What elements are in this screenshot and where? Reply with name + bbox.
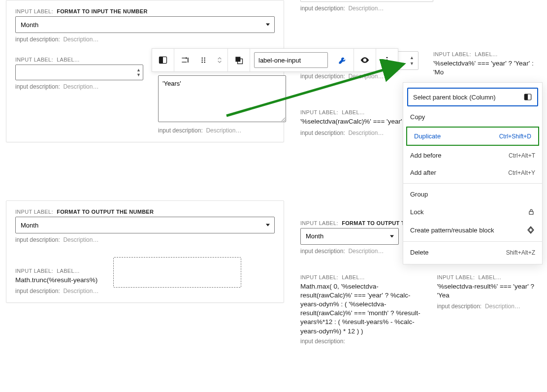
- right-top-desc: input description: Description…: [295, 0, 547, 12]
- menu-group[interactable]: Group: [403, 186, 542, 203]
- field-label: INPUT LABEL: FORMAT TO OUTPUT THE NUMBER: [15, 209, 275, 215]
- select-format-output-r[interactable]: Month: [300, 228, 399, 245]
- select-out-wrap: Month: [300, 228, 399, 245]
- input-description: input description: Description…: [300, 73, 418, 80]
- svg-point-14: [386, 62, 388, 64]
- settings-button[interactable]: [332, 49, 354, 71]
- dots-vertical-icon: [382, 55, 392, 65]
- input-description: input description:: [300, 338, 422, 345]
- select-month-wrap: Month: [15, 16, 275, 33]
- drop-zone[interactable]: [113, 257, 241, 288]
- chevron-updown-icon: [215, 55, 225, 65]
- mathmax-text: Math.max( 0, '%selectdva-result(rawCalc)…: [300, 282, 422, 336]
- field-label: INPUT LABEL: FORMAT TO INPUT THE NUMBER: [15, 8, 275, 14]
- input-description: input description: Description…: [437, 303, 542, 310]
- menu-separator: [403, 241, 542, 242]
- right-d-left: INPUT LABEL: LABEL… Math.max( 0, '%selec…: [300, 274, 422, 345]
- column-icon: [523, 93, 532, 101]
- block-name-input[interactable]: [254, 52, 328, 68]
- block-options-menu: Select parent block (Column) Copy Duplic…: [403, 82, 543, 264]
- input-description: input description: Description…: [15, 288, 98, 294]
- number-stepper[interactable]: ▲▼: [136, 67, 141, 77]
- lock-icon: [527, 208, 535, 216]
- field-label: INPUT LABEL: LABEL…: [433, 51, 542, 57]
- svg-rect-9: [235, 57, 240, 62]
- column-icon: [158, 55, 168, 65]
- wrench-icon: [338, 55, 348, 65]
- overlap-button[interactable]: [228, 49, 250, 71]
- svg-rect-2: [188, 58, 189, 63]
- select-format-output[interactable]: Month: [15, 217, 275, 233]
- selectdva-text: '%selectdva%' === 'year' ? 'Year' : 'Mo: [433, 59, 542, 77]
- svg-point-11: [364, 59, 365, 61]
- number-input[interactable]: ▲▼: [15, 65, 143, 80]
- selectdva-result-text: '%selectdva-result%' === 'year' ? 'Yea: [437, 282, 542, 300]
- move-up-down[interactable]: [212, 49, 227, 71]
- years-textarea[interactable]: 'Years': [158, 75, 286, 122]
- menu-separator: [403, 183, 542, 184]
- col-left-b: INPUT LABEL: LABEL… Math.trunc(%result-y…: [15, 257, 98, 294]
- col-left: INPUT LABEL: LABEL… ▲▼ input description…: [15, 57, 143, 134]
- move-handle[interactable]: [196, 49, 212, 71]
- svg-rect-16: [524, 94, 528, 100]
- menu-lock[interactable]: Lock: [403, 203, 542, 221]
- field-label: INPUT LABEL: LABEL…: [437, 274, 542, 280]
- block-type-button[interactable]: [152, 49, 174, 71]
- menu-add-before[interactable]: Add beforeCtrl+Alt+T: [403, 147, 542, 164]
- menu-duplicate[interactable]: DuplicateCtrl+Shift+D: [406, 127, 539, 146]
- more-options-button[interactable]: [376, 49, 398, 71]
- left-column: INPUT LABEL: FORMAT TO INPUT THE NUMBER …: [6, 0, 284, 303]
- svg-point-8: [204, 62, 205, 63]
- menu-add-after[interactable]: Add afterCtrl+Alt+Y: [403, 164, 542, 181]
- menu-create-pattern[interactable]: Create pattern/reusable block: [403, 221, 542, 239]
- two-col-row-b: INPUT LABEL: LABEL… Math.trunc(%result-y…: [15, 257, 275, 294]
- input-description: input description: Description…: [300, 5, 542, 12]
- drag-handle-button[interactable]: [174, 49, 196, 71]
- preview-button[interactable]: [354, 49, 376, 71]
- input-description: input description: Description…: [15, 236, 275, 243]
- select-format-input[interactable]: Month: [15, 16, 275, 33]
- svg-point-5: [202, 60, 203, 61]
- math-trunc-text: Math.trunc(%result-years%): [15, 276, 98, 285]
- svg-point-3: [202, 58, 203, 59]
- input-description: input description: Description…: [158, 127, 286, 134]
- svg-point-7: [202, 62, 203, 63]
- svg-rect-1: [160, 57, 163, 63]
- input-description: input description: Description…: [15, 83, 143, 90]
- menu-select-parent[interactable]: Select parent block (Column): [407, 88, 538, 106]
- overlap-icon: [234, 55, 244, 65]
- dots-grid-icon: [199, 55, 209, 65]
- svg-rect-17: [529, 211, 533, 214]
- right-row-d: INPUT LABEL: LABEL… Math.max( 0, '%selec…: [295, 274, 547, 345]
- svg-point-6: [204, 60, 205, 61]
- eye-icon: [360, 55, 370, 65]
- svg-point-13: [386, 60, 388, 61]
- col-right-b: [113, 257, 241, 294]
- field-label: INPUT LABEL: LABEL…: [300, 274, 422, 280]
- right-a-right: INPUT LABEL: LABEL… '%selectdva%' === 'y…: [433, 51, 542, 80]
- menu-copy[interactable]: Copy: [403, 108, 542, 126]
- svg-point-12: [386, 57, 388, 59]
- right-d-right: INPUT LABEL: LABEL… '%selectdva-result%'…: [437, 274, 542, 345]
- input-description: input description: Description…: [15, 36, 275, 43]
- card-format-output: INPUT LABEL: FORMAT TO OUTPUT THE NUMBER…: [6, 200, 284, 303]
- block-toolbar: [152, 48, 398, 72]
- field-label: INPUT LABEL: LABEL…: [15, 268, 98, 274]
- menu-delete[interactable]: DeleteShift+Alt+Z: [403, 244, 542, 261]
- diamond-icon: [526, 226, 535, 234]
- select-month-out-wrap: Month: [15, 217, 275, 233]
- svg-point-4: [204, 58, 205, 59]
- field-label: INPUT LABEL: LABEL…: [15, 57, 143, 63]
- drag-icon: [180, 55, 190, 65]
